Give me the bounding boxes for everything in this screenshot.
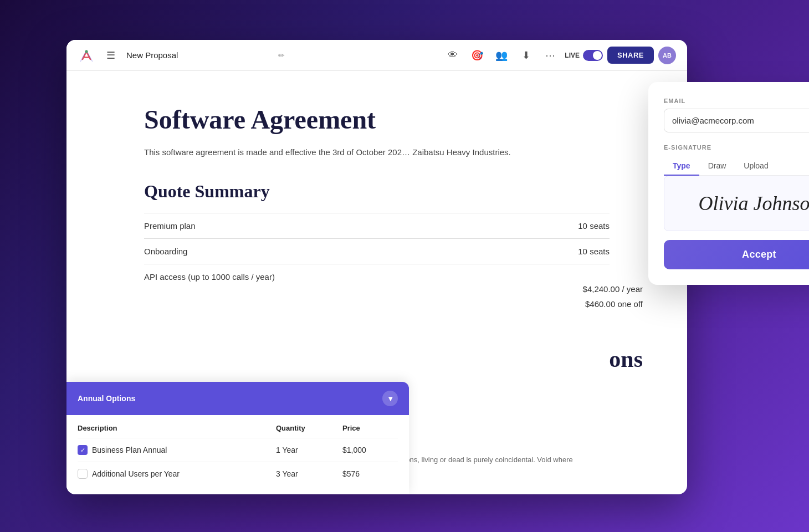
live-toggle[interactable] [583, 50, 603, 61]
annual-panel-body: Description Quantity Price ✓ Business Pl… [66, 415, 409, 494]
row-1-label: Business Plan Annual [92, 446, 167, 454]
annual-options-panel: Annual Options ▾ Description Quantity Pr… [66, 382, 409, 494]
row-qty: 10 seats [519, 239, 610, 264]
doc-section2-title: ons [609, 346, 643, 372]
main-window: ☰ New Proposal ✏ 👁 🎯 👥 ⬇ ⋯ LIVE SHARE AB… [66, 40, 687, 494]
row-desc: Premium plan [144, 213, 519, 239]
checkbox-2[interactable] [78, 469, 88, 479]
row-2-label: Additional Users per Year [92, 469, 180, 478]
live-label: LIVE [565, 52, 580, 59]
annual-row-1: ✓ Business Plan Annual 1 Year $1,000 [78, 438, 398, 462]
table-row: API access (up to 1000 calls / year) [144, 264, 610, 290]
tab-draw[interactable]: Draw [699, 157, 735, 176]
topbar-actions: 👁 🎯 👥 ⬇ ⋯ LIVE SHARE AB [443, 45, 676, 65]
oneoff-price: $460.00 one off [583, 296, 643, 311]
signature-section: E-SIGNATURE 12/26/2024 Type Draw Upload … [664, 144, 809, 231]
email-input[interactable] [664, 109, 809, 132]
annual-price: $4,240.00 / year [583, 282, 643, 296]
row-1-desc: ✓ Business Plan Annual [78, 445, 276, 455]
row-desc: API access (up to 1000 calls / year) [144, 264, 519, 290]
tab-upload[interactable]: Upload [735, 157, 777, 176]
annual-table-header: Description Quantity Price [78, 424, 398, 438]
users-icon[interactable]: 👥 [491, 45, 511, 65]
annual-collapse-btn[interactable]: ▾ [382, 391, 398, 406]
quote-summary-title: Quote Summary [144, 181, 610, 202]
download-icon[interactable]: ⬇ [516, 45, 536, 65]
row-qty: 10 seats [519, 213, 610, 239]
price-area: $4,240.00 / year $460.00 one off [583, 282, 643, 311]
sidebar-toggle-btn[interactable]: ☰ [102, 47, 120, 64]
preview-icon[interactable]: 👁 [443, 45, 463, 65]
table-row: Onboarding 10 seats [144, 239, 610, 264]
doc-title: Software Agreement [144, 104, 610, 135]
signature-area[interactable]: Olivia Johnson [664, 176, 809, 231]
edit-title-icon[interactable]: ✏ [278, 51, 285, 60]
table-row: Premium plan 10 seats [144, 213, 610, 239]
row-1-price: $1,000 [342, 446, 398, 454]
quote-table: Premium plan 10 seats Onboarding 10 seat… [144, 213, 610, 289]
row-1-qty: 1 Year [276, 446, 342, 454]
annual-panel-header: Annual Options ▾ [66, 382, 409, 415]
esig-modal: EMAIL E-SIGNATURE 12/26/2024 Type Draw U… [648, 82, 809, 285]
col-qty: Quantity [276, 424, 342, 432]
target-icon[interactable]: 🎯 [467, 45, 487, 65]
checkbox-1[interactable]: ✓ [78, 445, 88, 455]
annual-row-2: Additional Users per Year 3 Year $576 [78, 462, 398, 485]
annual-panel-title: Annual Options [78, 394, 135, 403]
tab-type[interactable]: Type [664, 157, 699, 176]
row-2-price: $576 [342, 469, 398, 478]
sig-header: E-SIGNATURE 12/26/2024 [664, 144, 809, 151]
row-2-qty: 3 Year [276, 469, 342, 478]
email-section-label: EMAIL [664, 98, 809, 104]
topbar: ☰ New Proposal ✏ 👁 🎯 👥 ⬇ ⋯ LIVE SHARE AB [66, 40, 687, 71]
app-logo [78, 47, 95, 64]
doc-subtitle: This software agreement is made and effe… [144, 146, 610, 159]
share-button[interactable]: SHARE [607, 47, 654, 64]
col-price: Price [342, 424, 398, 432]
sig-tabs: Type Draw Upload CLEAR [664, 157, 809, 176]
row-desc: Onboarding [144, 239, 519, 264]
accept-button[interactable]: Accept [664, 240, 809, 269]
user-avatar[interactable]: AB [658, 47, 676, 64]
col-desc: Description [78, 424, 276, 432]
live-badge: LIVE [565, 50, 603, 61]
row-2-desc: Additional Users per Year [78, 469, 276, 479]
more-options-icon[interactable]: ⋯ [540, 45, 560, 65]
signature-text: Olivia Johnson [699, 192, 810, 215]
document-title: New Proposal [126, 50, 272, 60]
sig-section-label: E-SIGNATURE [664, 144, 711, 151]
